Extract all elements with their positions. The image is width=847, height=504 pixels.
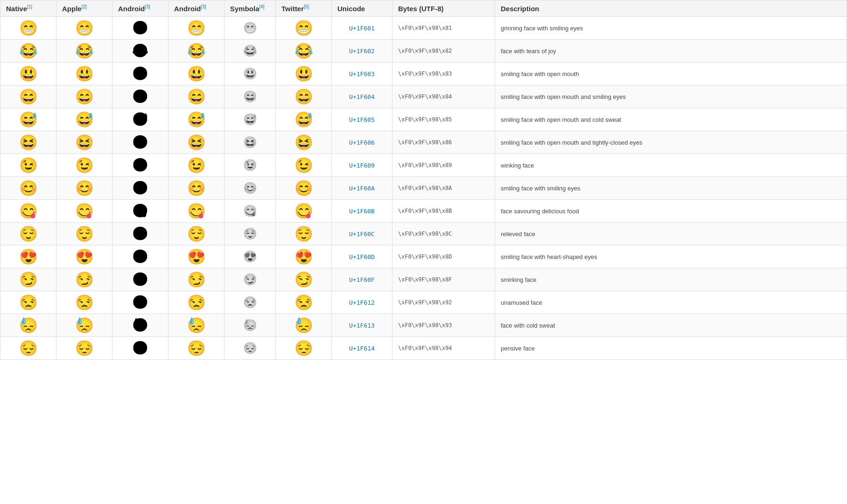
native-emoji: 😔 bbox=[0, 337, 56, 360]
description-value: smiling face with open mouth and cold sw… bbox=[495, 108, 847, 131]
twitter-emoji: 😁 bbox=[276, 17, 332, 40]
description-value: face with tears of joy bbox=[495, 40, 847, 63]
symbola-emoji: 😆 bbox=[224, 131, 276, 154]
android2-emoji: 😅 bbox=[168, 108, 224, 131]
bytes-value: \xF0\x9F\x98\x93 bbox=[392, 314, 495, 337]
apple-emoji: 😋 bbox=[56, 200, 112, 223]
unicode-value[interactable]: U+1F612 bbox=[332, 291, 392, 314]
symbola-emoji: 😉 bbox=[224, 154, 276, 177]
bytes-value: \xF0\x9F\x98\x8F bbox=[392, 268, 495, 291]
twitter-emoji: 😔 bbox=[276, 337, 332, 360]
unicode-value[interactable]: U+1F613 bbox=[332, 314, 392, 337]
bytes-value: \xF0\x9F\x98\x81 bbox=[392, 17, 495, 40]
table-row: 😓😓😓😓😓😓U+1F613\xF0\x9F\x98\x93face with c… bbox=[0, 314, 847, 337]
header-android1: Android[3] bbox=[112, 0, 168, 17]
unicode-value[interactable]: U+1F609 bbox=[332, 154, 392, 177]
description-value: smiling face with smiling eyes bbox=[495, 177, 847, 200]
native-emoji: 😃 bbox=[0, 63, 56, 85]
unicode-value[interactable]: U+1F606 bbox=[332, 131, 392, 154]
table-row: 😁😁😁😁😁😁U+1F601\xF0\x9F\x98\x81grinning fa… bbox=[0, 17, 847, 40]
symbola-emoji: 😓 bbox=[224, 314, 276, 337]
header-description: Description bbox=[495, 0, 847, 17]
symbola-emoji: 😒 bbox=[224, 291, 276, 314]
unicode-value[interactable]: U+1F605 bbox=[332, 108, 392, 131]
android2-emoji: 😒 bbox=[168, 291, 224, 314]
symbola-emoji: 😁 bbox=[224, 17, 276, 40]
android1-emoji: 😁 bbox=[112, 17, 168, 40]
header-unicode: Unicode bbox=[332, 0, 392, 17]
table-row: 😏😏😏😏😏😏U+1F60F\xF0\x9F\x98\x8Fsmirking fa… bbox=[0, 268, 847, 291]
apple-emoji: 😂 bbox=[56, 40, 112, 63]
native-emoji: 😉 bbox=[0, 154, 56, 177]
native-emoji: 😋 bbox=[0, 200, 56, 223]
android2-emoji: 😂 bbox=[168, 40, 224, 63]
android1-emoji: 😆 bbox=[112, 131, 168, 154]
android2-emoji: 😊 bbox=[168, 177, 224, 200]
twitter-emoji: 😌 bbox=[276, 223, 332, 245]
description-value: face savouring delicious food bbox=[495, 200, 847, 223]
unicode-value[interactable]: U+1F602 bbox=[332, 40, 392, 63]
twitter-emoji: 😓 bbox=[276, 314, 332, 337]
apple-emoji: 😔 bbox=[56, 337, 112, 360]
bytes-value: \xF0\x9F\x98\x86 bbox=[392, 131, 495, 154]
table-body: 😁😁😁😁😁😁U+1F601\xF0\x9F\x98\x81grinning fa… bbox=[0, 17, 847, 360]
table-row: 😒😒😒😒😒😒U+1F612\xF0\x9F\x98\x92unamused fa… bbox=[0, 291, 847, 314]
android1-emoji: 😄 bbox=[112, 85, 168, 108]
native-emoji: 😁 bbox=[0, 17, 56, 40]
android2-emoji: 😔 bbox=[168, 337, 224, 360]
table-row: 😔😔😔😔😔😔U+1F614\xF0\x9F\x98\x94pensive fac… bbox=[0, 337, 847, 360]
apple-emoji: 😅 bbox=[56, 108, 112, 131]
header-native: Native[1] bbox=[0, 0, 56, 17]
unicode-value[interactable]: U+1F60C bbox=[332, 223, 392, 245]
table-row: 😊😊😊😊😊😊U+1F60A\xF0\x9F\x98\x8Asmiling fac… bbox=[0, 177, 847, 200]
table-row: 😍😍😍😍😍😍U+1F60D\xF0\x9F\x98\x8Dsmiling fac… bbox=[0, 245, 847, 268]
unicode-value[interactable]: U+1F60D bbox=[332, 245, 392, 268]
unicode-value[interactable]: U+1F60A bbox=[332, 177, 392, 200]
bytes-value: \xF0\x9F\x98\x82 bbox=[392, 40, 495, 63]
unicode-value[interactable]: U+1F60F bbox=[332, 268, 392, 291]
description-value: pensive face bbox=[495, 337, 847, 360]
unicode-value[interactable]: U+1F60B bbox=[332, 200, 392, 223]
symbola-emoji: 😄 bbox=[224, 85, 276, 108]
table-row: 😋😋😋😋😋😋U+1F60B\xF0\x9F\x98\x8Bface savour… bbox=[0, 200, 847, 223]
bytes-value: \xF0\x9F\x98\x83 bbox=[392, 63, 495, 85]
android2-emoji: 😋 bbox=[168, 200, 224, 223]
native-emoji: 😓 bbox=[0, 314, 56, 337]
native-emoji: 😌 bbox=[0, 223, 56, 245]
bytes-value: \xF0\x9F\x98\x84 bbox=[392, 85, 495, 108]
android2-emoji: 😓 bbox=[168, 314, 224, 337]
symbola-emoji: 😊 bbox=[224, 177, 276, 200]
apple-emoji: 😒 bbox=[56, 291, 112, 314]
table-row: 😆😆😆😆😆😆U+1F606\xF0\x9F\x98\x86smiling fac… bbox=[0, 131, 847, 154]
symbola-emoji: 😌 bbox=[224, 223, 276, 245]
symbola-emoji: 😃 bbox=[224, 63, 276, 85]
description-value: smiling face with heart-shaped eyes bbox=[495, 245, 847, 268]
apple-emoji: 😆 bbox=[56, 131, 112, 154]
table-row: 😉😉😉😉😉😉U+1F609\xF0\x9F\x98\x89winking fac… bbox=[0, 154, 847, 177]
twitter-emoji: 😂 bbox=[276, 40, 332, 63]
unicode-value[interactable]: U+1F603 bbox=[332, 63, 392, 85]
table-row: 😅😅😅😅😅😅U+1F605\xF0\x9F\x98\x85smiling fac… bbox=[0, 108, 847, 131]
unicode-value[interactable]: U+1F604 bbox=[332, 85, 392, 108]
unicode-value[interactable]: U+1F614 bbox=[332, 337, 392, 360]
description-value: grinning face with smiling eyes bbox=[495, 17, 847, 40]
native-emoji: 😄 bbox=[0, 85, 56, 108]
table-row: 😂😂😂😂😂😂U+1F602\xF0\x9F\x98\x82face with t… bbox=[0, 40, 847, 63]
android1-emoji: 😉 bbox=[112, 154, 168, 177]
android1-emoji: 😍 bbox=[112, 245, 168, 268]
bytes-value: \xF0\x9F\x98\x94 bbox=[392, 337, 495, 360]
unicode-value[interactable]: U+1F601 bbox=[332, 17, 392, 40]
apple-emoji: 😊 bbox=[56, 177, 112, 200]
header-apple: Apple[2] bbox=[56, 0, 112, 17]
apple-emoji: 😌 bbox=[56, 223, 112, 245]
twitter-emoji: 😅 bbox=[276, 108, 332, 131]
android2-emoji: 😉 bbox=[168, 154, 224, 177]
android1-emoji: 😒 bbox=[112, 291, 168, 314]
twitter-emoji: 😆 bbox=[276, 131, 332, 154]
description-value: relieved face bbox=[495, 223, 847, 245]
native-emoji: 😅 bbox=[0, 108, 56, 131]
emoji-table: Native[1] Apple[2] Android[3] Android[3]… bbox=[0, 0, 847, 360]
bytes-value: \xF0\x9F\x98\x92 bbox=[392, 291, 495, 314]
twitter-emoji: 😏 bbox=[276, 268, 332, 291]
description-value: winking face bbox=[495, 154, 847, 177]
